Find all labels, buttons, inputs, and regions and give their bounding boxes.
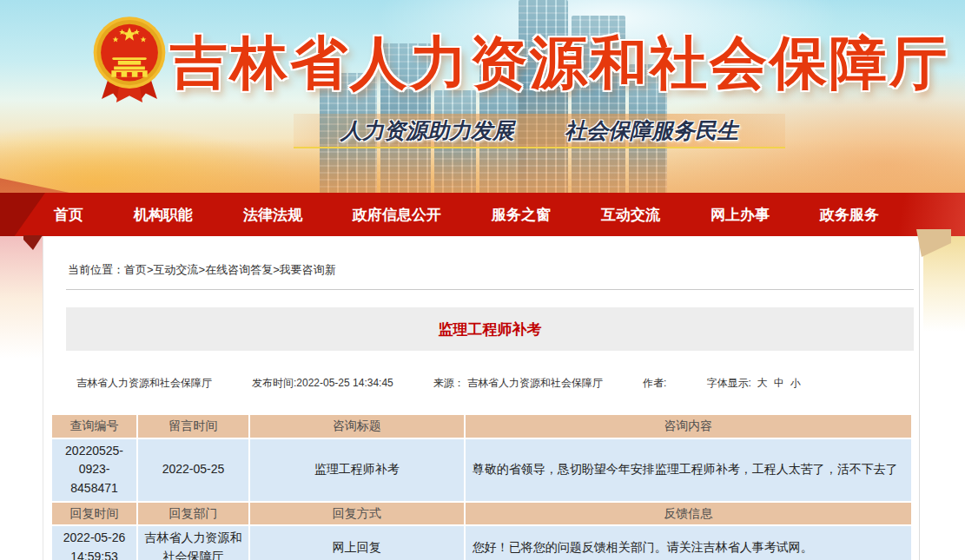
header-reply-time: 回复时间 [51, 502, 137, 526]
content-box: 当前位置：首页>互动交流>在线咨询答复>我要咨询新 监理工程师补考 吉林省人力资… [43, 236, 920, 560]
meta-publish-time: 发布时间:2022-05-25 14:34:45 [252, 376, 393, 391]
header-message-time: 留言时间 [137, 414, 249, 438]
cell-consult-content: 尊敬的省领导，恳切盼望今年安排监理工程师补考，工程人太苦了，活不下去了 [465, 438, 912, 502]
header-feedback: 反馈信息 [465, 502, 912, 526]
cell-reply-department: 吉林省人力资源和社会保障厅 [137, 525, 249, 560]
meta-source: 来源： 吉林省人力资源和社会保障厅 [433, 376, 603, 391]
nav-item-functions[interactable]: 机构职能 [134, 207, 193, 223]
query-data-row: 20220525-0923-8458471 2022-05-25 监理工程师补考… [51, 438, 912, 502]
article-title: 监理工程师补考 [439, 320, 542, 339]
breadcrumb-separator: > [147, 263, 154, 276]
site-banner: 吉林省人力资源和社会保障厅 人力资源助力发展 社会保障服务民生 [0, 0, 965, 193]
breadcrumb-online-consult[interactable]: 在线咨询答复 [205, 263, 273, 276]
breadcrumb-current[interactable]: 我要咨询新 [280, 263, 336, 276]
nav-item-gov-info[interactable]: 政府信息公开 [353, 207, 441, 223]
cell-reply-method: 网上回复 [249, 525, 465, 560]
nav-item-online-affairs[interactable]: 网上办事 [711, 207, 770, 223]
header-consult-title: 咨询标题 [249, 414, 465, 438]
nav-item-home[interactable]: 首页 [54, 207, 83, 223]
main-nav: 首页 机构职能 法律法规 政府信息公开 服务之窗 互动交流 网上办事 政务服务 [0, 193, 965, 236]
nav-item-interaction[interactable]: 互动交流 [601, 207, 660, 223]
breadcrumb: 当前位置：首页>互动交流>在线咨询答复>我要咨询新 [66, 236, 914, 290]
nav-list: 首页 机构职能 法律法规 政府信息公开 服务之窗 互动交流 网上办事 政务服务 [0, 193, 965, 236]
reply-data-row: 2022-05-26 14:59:53 吉林省人力资源和社会保障厅 网上回复 您… [51, 525, 912, 560]
meta-author: 作者: [643, 376, 666, 391]
meta-department: 吉林省人力资源和社会保障厅 [76, 376, 212, 391]
cell-query-id: 20220525-0923-8458471 [51, 438, 137, 502]
header-query-id: 查询编号 [51, 414, 137, 438]
font-size-label: 字体显示: [706, 376, 750, 391]
header-reply-department: 回复部门 [137, 502, 249, 526]
article-title-bar: 监理工程师补考 [66, 307, 914, 351]
cell-consult-title: 监理工程师补考 [249, 438, 465, 502]
breadcrumb-interaction[interactable]: 互动交流 [154, 263, 199, 276]
font-size-medium-button[interactable]: 中 [774, 376, 784, 391]
font-size-small-button[interactable]: 小 [790, 376, 801, 391]
left-gradient-decoration [0, 236, 43, 375]
national-emblem-icon [89, 14, 170, 106]
header-reply-method: 回复方式 [249, 502, 465, 526]
cell-message-time: 2022-05-25 [137, 438, 249, 502]
nav-item-service-window[interactable]: 服务之窗 [492, 207, 551, 223]
consultation-table: 查询编号 留言时间 咨询标题 咨询内容 20220525-0923-845847… [50, 413, 913, 560]
page: 吉林省人力资源和社会保障厅 人力资源助力发展 社会保障服务民生 首页 机构职能 … [0, 0, 965, 560]
breadcrumb-label: 当前位置： [68, 263, 124, 276]
font-size-control: 字体显示: 大 中 小 [706, 376, 800, 391]
article-meta: 吉林省人力资源和社会保障厅 发布时间:2022-05-25 14:34:45 来… [76, 376, 914, 391]
reply-header-row: 回复时间 回复部门 回复方式 反馈信息 [51, 502, 912, 526]
cell-feedback: 您好！已将您的问题反馈相关部门。请关注吉林省人事考试网。 [465, 525, 912, 560]
font-size-large-button[interactable]: 大 [757, 376, 768, 391]
banner-red-wedge [0, 172, 69, 193]
site-title: 吉林省人力资源和社会保障厅 [170, 24, 926, 102]
slogan-right: 社会保障服务民生 [565, 116, 738, 145]
slogan-left: 人力资源助力发展 [340, 116, 514, 145]
banner-slogan: 人力资源助力发展 社会保障服务民生 [294, 114, 785, 148]
nav-item-laws[interactable]: 法律法规 [243, 207, 302, 223]
main-area: 当前位置：首页>互动交流>在线咨询答复>我要咨询新 监理工程师补考 吉林省人力资… [0, 236, 965, 560]
cell-reply-time: 2022-05-26 14:59:53 [51, 525, 137, 560]
query-header-row: 查询编号 留言时间 咨询标题 咨询内容 [51, 414, 912, 438]
header-consult-content: 咨询内容 [465, 414, 912, 438]
breadcrumb-home[interactable]: 首页 [124, 263, 147, 276]
breadcrumb-separator: > [273, 263, 280, 276]
nav-item-gov-services[interactable]: 政务服务 [820, 207, 879, 223]
